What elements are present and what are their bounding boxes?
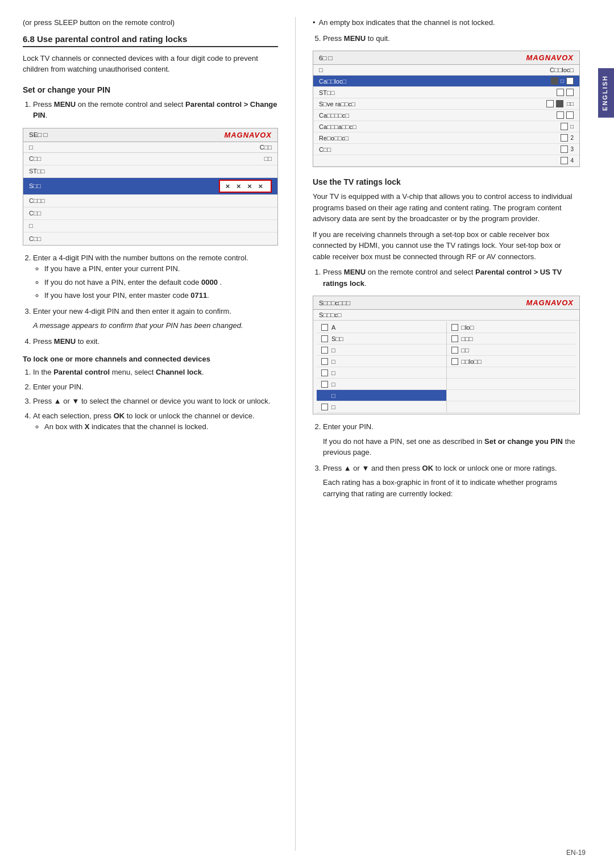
main-content: (or press SLEEP button on the remote con… xyxy=(0,0,614,868)
step4-bold: MENU xyxy=(54,337,76,346)
menu1-row4-label: C□□□ xyxy=(29,197,272,204)
pin-input-display: × × × × xyxy=(219,180,272,193)
section-6-8-title: 6.8 Use parental control and rating lock… xyxy=(23,34,278,47)
menu1-row-1: C□□ □□ xyxy=(23,153,277,165)
left-column: (or press SLEEP button on the remote con… xyxy=(23,17,296,851)
step1-text: Press xyxy=(33,100,54,109)
page-container: ENGLISH (or press SLEEP button on the re… xyxy=(0,0,614,868)
master-code: 0711 xyxy=(190,291,207,300)
menu3-subheader: S□□□c□ xyxy=(313,310,579,321)
ratings-row-2: S□□ xyxy=(317,333,446,344)
ratings-row-r7 xyxy=(447,390,576,401)
step-1: Press MENU on the remote control and sel… xyxy=(33,99,278,121)
ratings-row-r1: □lo□ xyxy=(447,322,576,333)
tv-ratings-para1: Your TV is equipped with a V-chip that a… xyxy=(313,191,580,225)
set-pin-steps-2: Enter a 4-digit PIN with the number butt… xyxy=(33,252,278,347)
menu1-row5-label: C□□ xyxy=(29,210,272,217)
page-number: EN-19 xyxy=(566,849,586,857)
menu3-header: S□□□c□□□ MAGNAVOX xyxy=(313,296,579,310)
menu1-subheader: □ C□□ xyxy=(23,142,277,153)
step2-text: Enter a 4-digit PIN with the number butt… xyxy=(33,254,248,262)
menu1-row-4: C□□□ xyxy=(23,195,277,207)
tv-ratings-heading: Use the TV ratings lock xyxy=(313,177,580,186)
ratings-step3-sub: Each rating has a box-graphic in front o… xyxy=(323,477,580,499)
right-step-5: Press MENU to quit. xyxy=(323,33,580,44)
ratings-row-7-highlight: □ xyxy=(317,390,446,401)
ratings-row-3: □ xyxy=(317,344,446,356)
menu1-header: SE□ □ MAGNAVOX xyxy=(23,128,277,142)
ratings-step-3: Press ▲ or ▼ and then press OK to lock o… xyxy=(323,463,580,500)
menu2-magnavox-logo: MAGNAVOX xyxy=(526,53,574,62)
menu3-right-col: □lo□ □□□ □□ □□lo□□ xyxy=(446,322,576,413)
step-2: Enter a 4-digit PIN with the number butt… xyxy=(33,252,278,301)
step-3: Enter your new 4-digit PIN and then ente… xyxy=(33,306,278,331)
menu3-left-col: A S□□ □ □ xyxy=(317,322,446,413)
menu2-subheader: □ C□□loc□ xyxy=(313,65,579,76)
menu2-row-6: Re□o□□c□ 2 xyxy=(313,132,579,144)
menu1-row-6: □ xyxy=(23,220,277,232)
menu1-row-5: C□□ xyxy=(23,207,277,220)
menu2-row-5: Ca□□□a□□c□ □ xyxy=(313,121,579,132)
menu3-header-left: S□□□c□□□ xyxy=(319,300,350,306)
menu1-row-3-pin: S□□ × × × × xyxy=(23,178,277,195)
step2-bullet-2: If you do not have a PIN, enter the defa… xyxy=(44,277,278,288)
ratings-row-r2: □□□ xyxy=(447,333,576,344)
menu1-row-2: ST□□ xyxy=(23,165,277,178)
right-column: An empty box indicates that the channel … xyxy=(296,17,580,851)
step4-text: Press xyxy=(33,337,54,346)
menu1-subheader-left: □ xyxy=(29,144,33,151)
channel-lock-menu: 6□ □ MAGNAVOX □ C□□loc□ Ca□□loc□ □ xyxy=(313,51,580,167)
lock-box-checked xyxy=(551,77,558,85)
menu1-row7-label: C□□ xyxy=(29,235,272,242)
menu1-row-7: C□□ xyxy=(23,232,277,245)
menu1-magnavox-logo: MAGNAVOX xyxy=(224,131,272,139)
ratings-row-r6 xyxy=(447,379,576,390)
step1-rest: on the remote control and select xyxy=(76,100,185,109)
ratings-row-4: □ xyxy=(317,356,446,367)
lock-bullets: An box with X indicates that the channel… xyxy=(44,421,278,433)
lock-channels-heading: To lock one or more channels and connect… xyxy=(23,355,278,363)
ratings-row-r8 xyxy=(447,401,576,413)
menu2-row-3: S□ve ra□□c□ □□ xyxy=(313,98,579,110)
ratings-step2-sub: If you do not have a PIN, set one as des… xyxy=(323,436,580,458)
right-steps-top: Press MENU to quit. xyxy=(323,33,580,44)
menu2-row1-label: Ca□□loc□ xyxy=(319,78,551,85)
menu1-subheader-right: C□□ xyxy=(260,144,272,151)
menu1-header-left: SE□ □ xyxy=(29,131,47,138)
ratings-step-1: Press MENU on the remote control and sel… xyxy=(323,267,580,289)
step2-bullet-3: If you have lost your PIN, enter master … xyxy=(44,290,278,301)
side-tab: ENGLISH xyxy=(598,68,614,118)
lock-step-3: Press ▲ or ▼ to select the channel or de… xyxy=(33,396,278,407)
lock-box-empty xyxy=(566,77,574,85)
ratings-steps: Press MENU on the remote control and sel… xyxy=(323,267,580,289)
step3-text: Enter your new 4-digit PIN and then ente… xyxy=(33,307,231,315)
step1-bold: MENU xyxy=(54,100,76,109)
ratings-step-2: Enter your PIN. If you do not have a PIN… xyxy=(323,421,580,458)
set-pin-heading: Set or change your PIN xyxy=(23,85,278,94)
menu3-ratings-grid: A S□□ □ □ xyxy=(313,321,579,414)
default-code: 0000 xyxy=(201,278,218,286)
menu1-row2-label: ST□□ xyxy=(29,168,272,175)
step3-sub: A message appears to confirm that your P… xyxy=(33,320,278,331)
tv-ratings-para2: If you are receiving channels through a … xyxy=(313,229,580,263)
ratings-row-8: □ xyxy=(317,401,446,413)
section-intro: Lock TV channels or connected devices wi… xyxy=(23,53,278,75)
ratings-row-6: □ xyxy=(317,379,446,390)
ratings-row-r3: □□ xyxy=(447,344,576,356)
ratings-steps-2: Enter your PIN. If you do not have a PIN… xyxy=(323,421,580,499)
step2-bullets: If you have a PIN, enter your current PI… xyxy=(44,263,278,301)
change-pin-menu: SE□ □ MAGNAVOX □ C□□ C□□ □□ ST□□ S□□ × ×… xyxy=(23,128,278,246)
ratings-row-r5 xyxy=(447,367,576,379)
lock-symbol: □ xyxy=(561,78,564,84)
menu2-row-2: ST□□ xyxy=(313,87,579,98)
menu2-row-7: C□□ 3 xyxy=(313,144,579,155)
ratings-menu: S□□□c□□□ MAGNAVOX S□□□c□ A xyxy=(313,296,580,414)
set-pin-steps: Press MENU on the remote control and sel… xyxy=(33,99,278,121)
menu2-row1-boxes: □ xyxy=(551,77,574,85)
menu1-row1-value: □□ xyxy=(264,155,272,162)
intro-note: (or press SLEEP button on the remote con… xyxy=(23,17,278,28)
step2-bullet-1: If you have a PIN, enter your current PI… xyxy=(44,263,278,275)
menu2-header-left: 6□ □ xyxy=(319,55,332,61)
menu1-row1-label: C□□ xyxy=(29,155,264,162)
menu2-row-8: 4 xyxy=(313,155,579,167)
